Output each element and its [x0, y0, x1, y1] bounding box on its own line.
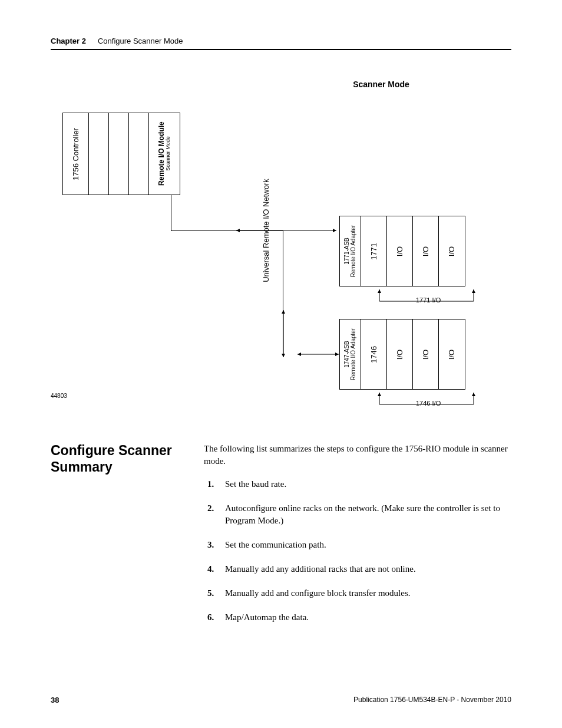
empty-slot	[89, 113, 109, 195]
connector-line	[171, 195, 171, 230]
module-slot: 1746	[361, 319, 387, 389]
io-slot: I/O	[439, 319, 465, 389]
controller-label: 1756 Controller	[71, 128, 80, 180]
rio-module-label: Remote I/O Module Scanner Mode	[157, 122, 171, 186]
controller-chassis: 1756 Controller Remote I/O Module Scanne…	[62, 113, 180, 195]
section-body: The following list summarizes the steps …	[204, 443, 511, 635]
step-item: Map/Automap the data.	[220, 611, 511, 624]
adapter-slot: 1771-ASB Remote I/O Adapter	[340, 216, 361, 286]
module-slot: 1771	[361, 216, 387, 286]
page-footer: 38 Publication 1756-UM534B-EN-P - Novemb…	[51, 696, 511, 704]
publication-info: Publication 1756-UM534B-EN-P - November …	[353, 696, 511, 704]
empty-slot	[109, 113, 129, 195]
rack1-io-label: 1771 I/O	[416, 297, 441, 304]
header-rule	[51, 49, 511, 50]
chapter-title: Configure Scanner Mode	[98, 37, 183, 45]
step-item: Manually add any additional racks that a…	[220, 563, 511, 575]
page-header: Chapter 2 Configure Scanner Mode	[51, 37, 511, 49]
network-label: Universal Remote I/O Network	[262, 172, 270, 289]
double-arrow-icon	[283, 348, 342, 360]
io-slot: I/O	[413, 216, 439, 286]
steps-list: Set the baud rate. Autoconfigure online …	[204, 478, 511, 624]
step-item: Set the communication path.	[220, 539, 511, 551]
io-slot: I/O	[387, 216, 413, 286]
adapter-slot: 1747-ASB Remote I/O Adapter	[340, 319, 361, 389]
io-slot: I/O	[387, 319, 413, 389]
rack2-io-label: 1746 I/O	[416, 400, 441, 407]
double-arrow-icon	[233, 225, 339, 236]
scanner-mode-diagram: 1756 Controller Remote I/O Module Scanne…	[51, 113, 511, 419]
step-item: Autoconfigure online racks on the networ…	[220, 502, 511, 527]
rack-1746: 1747-ASB Remote I/O Adapter 1746 I/O I/O…	[339, 319, 465, 390]
section-intro: The following list summarizes the steps …	[204, 443, 511, 467]
step-item: Manually add and configure block transfe…	[220, 587, 511, 599]
io-slot: I/O	[439, 216, 465, 286]
adapter-label: 1747-ASB Remote I/O Adapter	[344, 328, 357, 380]
section-heading: Configure Scanner Summary	[51, 443, 186, 635]
chapter-label: Chapter 2	[51, 37, 86, 45]
diagram-title: Scanner Mode	[251, 80, 511, 89]
figure-id: 44803	[51, 393, 67, 399]
adapter-label: 1771-ASB Remote I/O Adapter	[344, 225, 357, 277]
controller-slot: 1756 Controller	[63, 113, 89, 195]
empty-slot	[129, 113, 149, 195]
page-number: 38	[51, 696, 59, 704]
rio-module-slot: Remote I/O Module Scanner Mode	[149, 113, 180, 195]
step-item: Set the baud rate.	[220, 478, 511, 490]
io-slot: I/O	[413, 319, 439, 389]
rack-1771: 1771-ASB Remote I/O Adapter 1771 I/O I/O…	[339, 216, 465, 286]
